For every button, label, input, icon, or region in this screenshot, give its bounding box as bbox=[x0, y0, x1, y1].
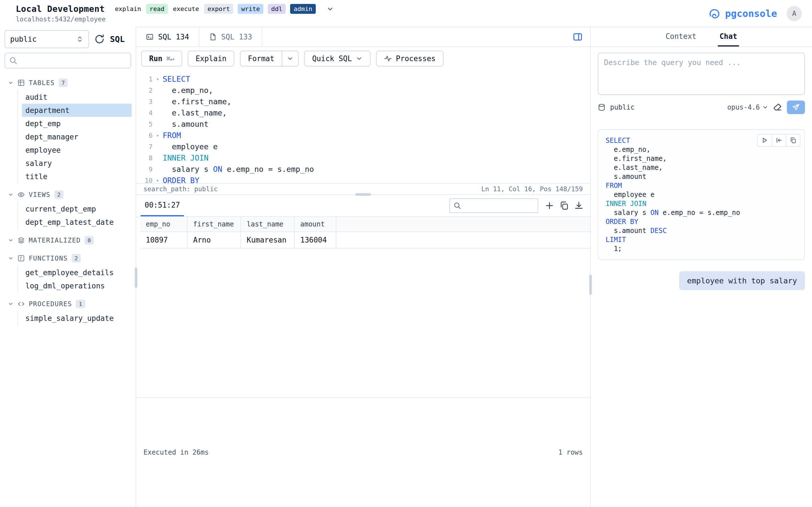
tree-item-department[interactable]: department bbox=[22, 104, 132, 117]
tree-item-current_dept_emp[interactable]: current_dept_emp bbox=[22, 202, 132, 216]
run-button[interactable]: Run ⌘↵ bbox=[141, 51, 182, 66]
editor-line-10[interactable]: 10▾ORDER BY bbox=[136, 175, 590, 183]
editor-line-1[interactable]: 1▾SELECT bbox=[136, 73, 590, 85]
assistant-resize-handle[interactable] bbox=[589, 275, 592, 295]
section-header-tables[interactable]: TABLES7 bbox=[0, 76, 136, 90]
sidebar-resize-handle[interactable] bbox=[135, 268, 137, 288]
svg-text:ƒ: ƒ bbox=[19, 256, 22, 261]
tree-item-audit[interactable]: audit bbox=[22, 91, 132, 104]
table-row[interactable]: 10897ArnoKumaresan136004 bbox=[140, 232, 590, 248]
fold-arrow-icon[interactable]: ▾ bbox=[153, 130, 163, 141]
explain-button[interactable]: Explain bbox=[188, 51, 235, 66]
section-header-procedures[interactable]: PROCEDURES1 bbox=[0, 297, 136, 311]
column-header-first_name[interactable]: first_name bbox=[188, 217, 241, 231]
chevron-down-icon bbox=[287, 55, 294, 62]
chevron-down-icon bbox=[8, 237, 13, 243]
format-button[interactable]: Format bbox=[240, 51, 282, 66]
code-line-13: 1; bbox=[606, 244, 799, 253]
refresh-button[interactable] bbox=[94, 34, 105, 45]
chevron-down-icon[interactable] bbox=[326, 5, 334, 13]
tree-section-tables: TABLES7auditdepartmentdept_empdept_manag… bbox=[0, 76, 136, 184]
tab-sql-133[interactable]: SQL 133 bbox=[199, 27, 262, 47]
header-left: Local Development explainreadexecuteexpo… bbox=[16, 4, 334, 23]
section-header-views[interactable]: VIEWS2 bbox=[0, 187, 136, 202]
tree-item-simple_salary_update[interactable]: simple_salary_update bbox=[22, 312, 132, 325]
model-selector[interactable]: opus-4.6 bbox=[727, 103, 768, 111]
add-result-tab-button[interactable] bbox=[542, 198, 557, 213]
editor-line-3[interactable]: 3 e.first_name, bbox=[136, 96, 590, 107]
send-button[interactable] bbox=[787, 101, 805, 114]
sql-editor[interactable]: 1▾SELECT2 e.emp_no,3 e.first_name,4 e.la… bbox=[136, 70, 590, 183]
cursor-position-status: Ln 11, Col 16, Pos 148/159 bbox=[481, 185, 583, 193]
editor-line-4[interactable]: 4 e.last_name, bbox=[136, 107, 590, 119]
badge-execute[interactable]: execute bbox=[172, 4, 200, 14]
copy-results-button[interactable] bbox=[557, 198, 571, 213]
avatar[interactable]: A bbox=[786, 6, 802, 21]
sidebar-search-input[interactable] bbox=[21, 57, 126, 65]
run-snippet-button[interactable] bbox=[758, 134, 772, 146]
badge-read[interactable]: read bbox=[146, 4, 168, 14]
tree-item-get_employee_details[interactable]: get_employee_details bbox=[22, 266, 132, 279]
tree-item-employee[interactable]: employee bbox=[22, 144, 132, 157]
tab-chat[interactable]: Chat bbox=[718, 27, 739, 47]
fold-gutter bbox=[153, 164, 163, 175]
section-label: PROCEDURES bbox=[29, 300, 72, 307]
updown-chevrons-icon bbox=[76, 36, 84, 43]
query-description-input[interactable] bbox=[598, 53, 805, 95]
badge-export[interactable]: export bbox=[204, 4, 233, 14]
editor-line-2[interactable]: 2 e.emp_no, bbox=[136, 85, 590, 96]
sidebar-search bbox=[4, 53, 131, 68]
results-tab-spacer bbox=[184, 195, 449, 216]
tree-item-log_dml_operations[interactable]: log_dml_operations bbox=[22, 279, 132, 292]
tree-section-materialized: MATERIALIZED0 bbox=[0, 233, 136, 247]
results-grid: emp_nofirst_namelast_nameamount 10897Arn… bbox=[136, 217, 590, 397]
tree-item-dept_emp[interactable]: dept_emp bbox=[22, 117, 132, 130]
badge-write[interactable]: write bbox=[238, 4, 263, 14]
editor-results-resize-handle[interactable] bbox=[355, 193, 371, 196]
section-header-materialized[interactable]: MATERIALIZED0 bbox=[0, 233, 136, 247]
column-header-amount[interactable]: amount bbox=[295, 217, 336, 231]
brand-name: pgconsole bbox=[725, 8, 777, 19]
fold-arrow-icon[interactable]: ▾ bbox=[153, 175, 163, 183]
split-panel-button[interactable] bbox=[565, 27, 590, 47]
editor-line-8[interactable]: 8INNER JOIN bbox=[136, 152, 590, 164]
tree-items: simple_salary_update bbox=[17, 311, 136, 325]
tree-item-dept_manager[interactable]: dept_manager bbox=[22, 130, 132, 144]
result-set-tab[interactable]: 00:51:27 bbox=[141, 195, 184, 216]
schema-selector[interactable]: public bbox=[4, 30, 89, 48]
code-line-11: s.amount DESC bbox=[606, 226, 799, 235]
permission-badges: explainreadexecuteexportwriteddladmin bbox=[114, 4, 316, 14]
section-label: FUNCTIONS bbox=[29, 255, 68, 262]
section-header-functions[interactable]: ƒFUNCTIONS2 bbox=[0, 251, 136, 265]
clear-chat-button[interactable] bbox=[773, 103, 782, 112]
line-number: 9 bbox=[136, 164, 153, 175]
copy-snippet-button[interactable] bbox=[786, 134, 800, 146]
format-dropdown-button[interactable] bbox=[282, 51, 299, 66]
tree-item-dept_emp_latest_date[interactable]: dept_emp_latest_date bbox=[22, 216, 132, 229]
editor-line-5[interactable]: 5 s.amount bbox=[136, 119, 590, 130]
fold-arrow-icon[interactable]: ▾ bbox=[153, 73, 163, 85]
line-number: 1 bbox=[136, 73, 153, 85]
grid-header: emp_nofirst_namelast_nameamount bbox=[140, 217, 590, 232]
column-header-last_name[interactable]: last_name bbox=[241, 217, 295, 231]
context-schema[interactable]: public bbox=[610, 103, 635, 111]
badge-explain[interactable]: explain bbox=[114, 4, 142, 14]
processes-button[interactable]: Processes bbox=[376, 51, 444, 66]
tree-item-title[interactable]: title bbox=[22, 170, 132, 183]
sql-mode-toggle[interactable]: SQL bbox=[110, 34, 124, 44]
badge-admin[interactable]: admin bbox=[290, 4, 315, 14]
tab-context[interactable]: Context bbox=[664, 27, 698, 47]
badge-ddl[interactable]: ddl bbox=[268, 4, 286, 14]
chevron-down-icon bbox=[8, 301, 13, 307]
insert-snippet-button[interactable] bbox=[772, 134, 786, 146]
editor-line-9[interactable]: 9 salary s ON e.emp_no = s.emp_no bbox=[136, 164, 590, 175]
results-search-input[interactable] bbox=[464, 202, 550, 210]
connection-string: localhost:5432/employee bbox=[16, 15, 334, 23]
tree-item-salary[interactable]: salary bbox=[22, 157, 132, 170]
editor-line-6[interactable]: 6▾FROM bbox=[136, 130, 590, 141]
quick-sql-button[interactable]: Quick SQL bbox=[304, 51, 370, 66]
column-header-emp_no[interactable]: emp_no bbox=[140, 217, 188, 231]
tab-sql-134[interactable]: SQL 134 bbox=[136, 27, 199, 47]
editor-line-7[interactable]: 7 employee e bbox=[136, 141, 590, 152]
download-results-button[interactable] bbox=[571, 198, 586, 213]
